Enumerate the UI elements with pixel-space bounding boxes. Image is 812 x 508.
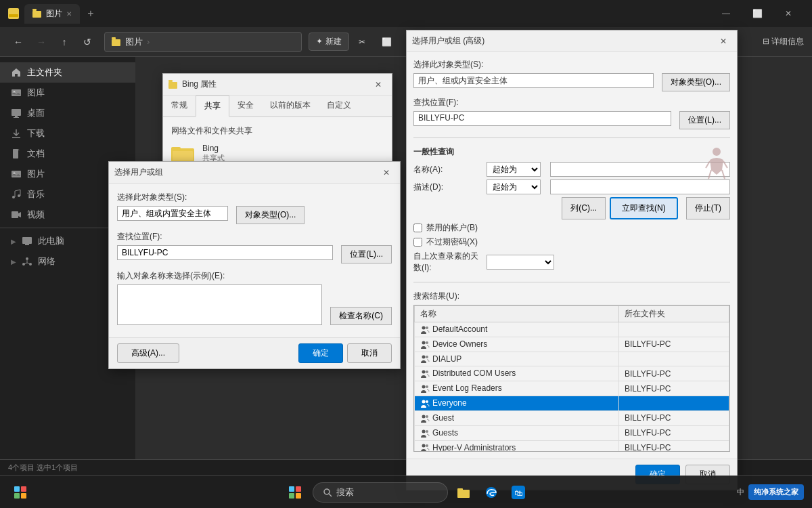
location-btn[interactable]: 位置(L)... <box>341 245 392 263</box>
svg-rect-5 <box>112 37 116 39</box>
forward-btn[interactable]: → <box>31 32 51 52</box>
select-user-small-title-bar[interactable]: 选择用户或组 ✕ <box>109 162 400 184</box>
result-folder-cell: BILLYFU-PC <box>619 425 729 440</box>
maximize-btn[interactable]: ⬜ <box>742 0 773 27</box>
tab-share[interactable]: 共享 <box>196 96 229 117</box>
table-row[interactable]: Event Log ReadersBILLYFU-PC <box>415 381 729 396</box>
up-btn[interactable]: ↑ <box>54 32 74 52</box>
bing-props-icon <box>168 80 178 89</box>
select-user-advanced-dialog: 选择用户或组 (高级) ✕ 选择此对象类型(S): 用户、组或内置安全主体 对象… <box>406 30 738 490</box>
sidebar-item-desktop[interactable]: 桌面 <box>0 103 135 123</box>
svg-point-15 <box>12 196 15 198</box>
stop-btn[interactable]: 停止(T) <box>686 197 730 219</box>
tab-previous-versions[interactable]: 以前的版本 <box>262 96 319 116</box>
obj-type-btn[interactable]: 对象类型(O)... <box>236 206 304 224</box>
col-btn[interactable]: 列(C)... <box>562 197 606 219</box>
advanced-btn[interactable]: 高级(A)... <box>117 343 179 363</box>
sidebar-item-home[interactable]: 主文件夹 <box>0 62 135 83</box>
taskbar-search[interactable]: 搜索 <box>313 482 448 503</box>
sidebar-label-gallery: 图库 <box>27 87 45 99</box>
user-group-icon <box>420 399 430 408</box>
explorer-icon <box>8 8 19 19</box>
minimize-btn[interactable]: — <box>710 0 742 27</box>
table-row[interactable]: DIALUP <box>415 352 729 366</box>
check-name-btn[interactable]: 检查名称(C) <box>330 307 392 325</box>
result-folder-cell <box>619 352 729 366</box>
svg-point-44 <box>426 356 428 358</box>
name-op-select[interactable]: 起始为 <box>487 162 541 177</box>
results-table: 名称 所在文件夹 DefaultAccountDevice OwnersBILL… <box>414 305 729 452</box>
results-container[interactable]: 名称 所在文件夹 DefaultAccountDevice OwnersBILL… <box>413 305 730 452</box>
details-btn[interactable]: ⊟ 详细信息 <box>763 36 804 47</box>
select-user-small-ok-btn[interactable]: 确定 <box>298 343 343 363</box>
desc-filter-label: 描述(D): <box>413 182 481 193</box>
user-group-icon <box>420 443 430 452</box>
user-group-icon <box>420 325 430 335</box>
adv-obj-type-btn[interactable]: 对象类型(O)... <box>662 73 730 91</box>
adv-location-section: 查找位置(F): BILLYFU-PC 位置(L)... <box>413 97 730 129</box>
add-tab-btn[interactable]: + <box>81 4 100 23</box>
bing-props-title-bar[interactable]: Bing 属性 ✕ <box>163 74 392 96</box>
document-icon <box>11 148 22 159</box>
svg-point-49 <box>422 400 426 403</box>
tab-pictures[interactable]: 图片 ✕ <box>24 4 80 24</box>
select-user-small-cancel-btn[interactable]: 取消 <box>347 343 392 363</box>
tab-customize[interactable]: 自定义 <box>319 96 359 116</box>
tab-security[interactable]: 安全 <box>229 96 262 116</box>
windows-logo <box>14 486 26 499</box>
sidebar-item-gallery[interactable]: 图库 <box>0 83 135 103</box>
table-row[interactable]: GuestBILLYFU-PC <box>415 410 729 425</box>
tab-general[interactable]: 常规 <box>163 96 196 116</box>
svg-rect-29 <box>457 488 463 491</box>
close-btn[interactable]: ✕ <box>773 0 804 27</box>
result-folder-cell: BILLYFU-PC <box>619 366 729 381</box>
result-name-cell: Device Owners <box>415 337 619 352</box>
find-now-btn[interactable]: 立即查找(N) <box>610 197 678 219</box>
result-folder-cell <box>619 396 729 411</box>
days-select[interactable] <box>487 255 554 270</box>
copy-btn[interactable]: ⬜ <box>375 35 399 49</box>
start-btn[interactable] <box>8 480 32 505</box>
select-user-adv-title-bar[interactable]: 选择用户或组 (高级) ✕ <box>407 30 737 52</box>
tab-label: 图片 <box>46 8 62 20</box>
table-row[interactable]: Everyone <box>415 396 729 411</box>
result-name-cell: DIALUP <box>415 352 619 366</box>
location-input[interactable] <box>117 245 333 260</box>
refresh-btn[interactable]: ↺ <box>77 32 97 52</box>
select-user-small-close-btn[interactable]: ✕ <box>378 165 394 181</box>
disabled-acct-checkbox[interactable] <box>413 224 422 232</box>
table-row[interactable]: GuestsBILLYFU-PC <box>415 425 729 440</box>
name-textarea[interactable] <box>117 284 322 325</box>
video-icon <box>11 209 22 220</box>
taskbar-center: 搜索 🛍 <box>283 480 529 505</box>
select-user-adv-close-btn[interactable]: ✕ <box>715 33 731 49</box>
svg-line-27 <box>329 494 332 496</box>
back-btn[interactable]: ← <box>8 32 28 52</box>
address-bar[interactable]: 图片 › <box>104 32 302 52</box>
days-label: 自上次查录素的天数(I): <box>413 251 481 274</box>
tab-close-btn[interactable]: ✕ <box>66 10 72 18</box>
user-group-icon <box>420 414 430 423</box>
deco-icon <box>703 146 730 182</box>
share-folder-name: Bing <box>202 144 225 153</box>
table-row[interactable]: Hyper-V AdministratorsBILLYFU-PC <box>415 440 729 452</box>
adv-location-btn[interactable]: 位置(L)... <box>679 111 730 129</box>
bing-props-close-btn[interactable]: ✕ <box>370 77 386 93</box>
desc-op-select[interactable]: 起始为 <box>487 179 541 194</box>
cut-btn[interactable]: ✂ <box>352 35 372 49</box>
table-row[interactable]: Device OwnersBILLYFU-PC <box>415 337 729 352</box>
taskbar-explorer[interactable] <box>453 482 475 503</box>
taskbar-store[interactable]: 🛍 <box>508 482 529 503</box>
taskbar-edge[interactable] <box>480 482 502 503</box>
start-center-btn[interactable] <box>283 480 307 505</box>
new-btn[interactable]: ✦ 新建 <box>309 33 348 51</box>
search-placeholder: 搜索 <box>336 486 354 499</box>
table-row[interactable]: Distributed COM UsersBILLYFU-PC <box>415 366 729 381</box>
svg-point-48 <box>426 385 428 388</box>
sidebar-item-downloads[interactable]: 下载 <box>0 123 135 144</box>
no-expire-checkbox[interactable] <box>413 238 422 247</box>
sidebar-label-documents: 文档 <box>27 148 45 160</box>
table-row[interactable]: DefaultAccount <box>415 322 729 337</box>
obj-type-input[interactable] <box>117 206 228 221</box>
name-filter-label: 名称(A): <box>413 164 481 175</box>
